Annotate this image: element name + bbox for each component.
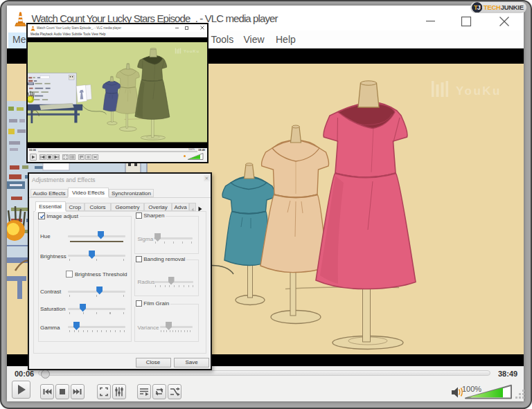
svg-text:J: J (477, 4, 480, 11)
